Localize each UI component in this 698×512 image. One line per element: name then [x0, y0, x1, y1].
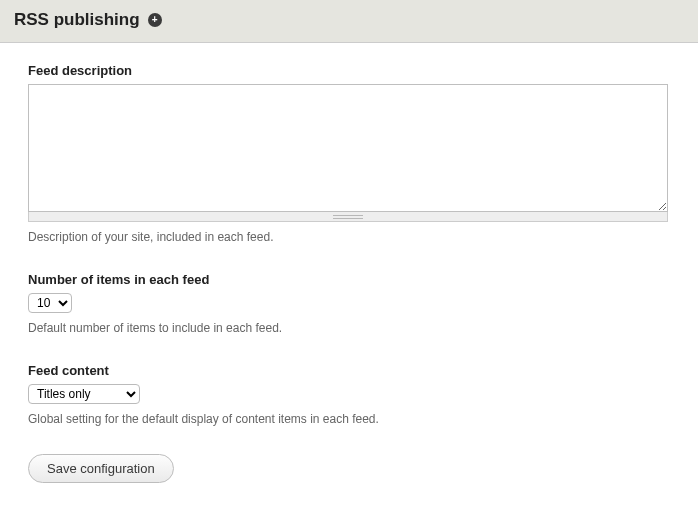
feed-content-label: Feed content — [28, 363, 670, 378]
field-feed-content: Feed content Titles only Global setting … — [28, 363, 670, 426]
items-per-feed-help: Default number of items to include in ea… — [28, 321, 670, 335]
feed-content-select[interactable]: Titles only — [28, 384, 140, 404]
field-items-per-feed: Number of items in each feed 10 Default … — [28, 272, 670, 335]
page-header: RSS publishing + — [0, 0, 698, 43]
field-feed-description: Feed description Description of your sit… — [28, 63, 670, 244]
items-per-feed-label: Number of items in each feed — [28, 272, 670, 287]
feed-description-label: Feed description — [28, 63, 670, 78]
save-configuration-button[interactable]: Save configuration — [28, 454, 174, 483]
textarea-resize-handle[interactable] — [28, 212, 668, 222]
page-title: RSS publishing — [14, 10, 140, 30]
form-actions: Save configuration — [28, 454, 670, 483]
feed-description-textarea[interactable] — [28, 84, 668, 212]
feed-content-help: Global setting for the default display o… — [28, 412, 670, 426]
plus-circle-icon[interactable]: + — [148, 13, 162, 27]
items-per-feed-select[interactable]: 10 — [28, 293, 72, 313]
settings-form: Feed description Description of your sit… — [0, 43, 698, 511]
feed-description-help: Description of your site, included in ea… — [28, 230, 670, 244]
